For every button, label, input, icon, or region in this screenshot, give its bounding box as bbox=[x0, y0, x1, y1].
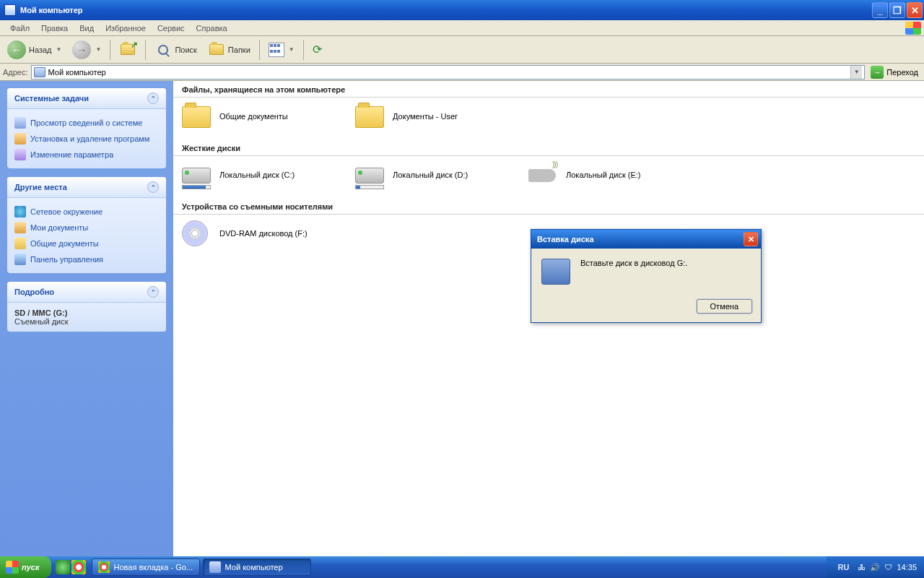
item-disk-c[interactable]: Локальный диск (C:) bbox=[182, 162, 334, 188]
collapse-icon[interactable]: ⌃ bbox=[147, 181, 159, 193]
search-icon bbox=[158, 45, 168, 55]
computer-icon bbox=[34, 67, 45, 77]
start-button[interactable]: пуск bbox=[0, 556, 51, 578]
section-header-removable: Устройства со съемными носителями bbox=[173, 198, 924, 215]
computer-icon bbox=[209, 561, 221, 573]
clock[interactable]: 14:35 bbox=[897, 563, 917, 571]
item-user-documents[interactable]: Документы - User bbox=[355, 103, 507, 129]
folder-icon bbox=[182, 106, 211, 128]
back-button[interactable]: ← Назад ▼ bbox=[3, 38, 66, 62]
panel-system-tasks: Системные задачи ⌃ Просмотр сведений о с… bbox=[7, 88, 166, 168]
toolbar: ← Назад ▼ → ▼ ↗ Поиск Папки ▼ ⟳ bbox=[0, 36, 924, 64]
section-header-hdd: Жесткие диски bbox=[173, 139, 924, 156]
menu-file[interactable]: Файл bbox=[4, 22, 35, 35]
hdd-icon bbox=[355, 168, 384, 184]
menu-edit[interactable]: Правка bbox=[35, 22, 74, 35]
views-icon bbox=[269, 43, 284, 57]
address-label: Адрес: bbox=[3, 68, 28, 77]
panel-details: Подробно ⌃ SD / MMC (G:) Съемный диск bbox=[7, 282, 166, 332]
back-arrow-icon: ← bbox=[7, 40, 26, 59]
link-my-documents[interactable]: Мои документы bbox=[14, 220, 159, 236]
forward-button[interactable]: → ▼ bbox=[68, 38, 105, 62]
panel-header[interactable]: Подробно ⌃ bbox=[7, 282, 166, 303]
ql-utorrent-icon[interactable] bbox=[56, 560, 70, 574]
tray-volume-icon[interactable]: 🔊 bbox=[870, 563, 880, 572]
chevron-down-icon: ▼ bbox=[56, 46, 62, 53]
ql-chrome-icon[interactable] bbox=[71, 560, 86, 574]
cd-icon bbox=[182, 220, 208, 246]
item-disk-e[interactable]: Локальный диск (E:) bbox=[528, 162, 680, 188]
sidebar: Системные задачи ⌃ Просмотр сведений о с… bbox=[0, 81, 173, 556]
chevron-down-icon: ▼ bbox=[289, 46, 295, 53]
folder-icon bbox=[209, 44, 224, 55]
close-button[interactable]: ✕ bbox=[907, 2, 923, 18]
content-area: Файлы, хранящиеся на этом компьютере Общ… bbox=[173, 81, 924, 556]
windows-flag-icon bbox=[905, 22, 921, 35]
chrome-icon bbox=[98, 561, 110, 573]
maximize-button[interactable]: ❐ bbox=[889, 2, 905, 18]
folder-icon bbox=[355, 106, 384, 128]
dialog-message: Вставьте диск в дисковод G:. bbox=[580, 259, 687, 289]
tray-shield-icon[interactable]: 🛡 bbox=[884, 563, 892, 571]
control-panel-icon bbox=[14, 254, 26, 265]
insert-disk-dialog: Вставка диска ✕ Вставьте диск в дисковод… bbox=[531, 229, 762, 323]
minimize-button[interactable]: _ bbox=[872, 2, 888, 18]
menu-favorites[interactable]: Избранное bbox=[100, 22, 152, 35]
task-chrome[interactable]: Новая вкладка - Go... bbox=[92, 558, 200, 576]
panel-header[interactable]: Другие места ⌃ bbox=[7, 177, 166, 198]
programs-icon bbox=[14, 133, 26, 144]
link-shared-documents[interactable]: Общие документы bbox=[14, 236, 159, 251]
task-mycomputer[interactable]: Мой компьютер bbox=[203, 558, 311, 576]
tray-network-icon[interactable]: 🖧 bbox=[858, 563, 866, 571]
item-shared-documents[interactable]: Общие документы bbox=[182, 103, 334, 129]
go-arrow-icon: → bbox=[871, 66, 884, 79]
chevron-down-icon: ▼ bbox=[95, 46, 101, 53]
language-indicator[interactable]: RU bbox=[834, 563, 854, 571]
window-titlebar: Мой компьютер _ ❐ ✕ bbox=[0, 0, 924, 20]
refresh-icon: ⟳ bbox=[313, 43, 322, 56]
collapse-icon[interactable]: ⌃ bbox=[147, 286, 159, 298]
usage-bar bbox=[182, 185, 211, 189]
link-add-remove-programs[interactable]: Установка и удаление программ bbox=[14, 131, 159, 147]
section-header-files: Файлы, хранящиеся на этом компьютере bbox=[173, 81, 924, 98]
forward-arrow-icon: → bbox=[72, 40, 91, 59]
window-title: Мой компьютер bbox=[20, 6, 83, 14]
folders-button[interactable]: Папки bbox=[204, 38, 255, 61]
network-icon bbox=[14, 206, 26, 217]
taskbar: пуск Новая вкладка - Go... Мой компьютер… bbox=[0, 556, 924, 578]
computer-icon bbox=[4, 4, 16, 16]
details-name: SD / MMC (G:) bbox=[14, 309, 67, 317]
cancel-button[interactable]: Отмена bbox=[697, 299, 752, 314]
link-control-panel[interactable]: Панель управления bbox=[14, 251, 159, 267]
usb-drive-icon bbox=[528, 169, 556, 182]
menu-help[interactable]: Справка bbox=[191, 22, 233, 35]
usage-bar bbox=[355, 185, 384, 189]
documents-icon bbox=[14, 222, 26, 233]
go-button[interactable]: → Переход bbox=[868, 64, 921, 80]
link-network[interactable]: Сетевое окружение bbox=[14, 204, 159, 220]
refresh-button[interactable]: ⟳ bbox=[308, 40, 326, 59]
link-change-setting[interactable]: Изменение параметра bbox=[14, 147, 159, 163]
dialog-close-button[interactable]: ✕ bbox=[744, 232, 758, 246]
search-button[interactable]: Поиск bbox=[150, 38, 201, 61]
menu-tools[interactable]: Сервис bbox=[152, 22, 191, 35]
address-dropdown[interactable]: ▼ bbox=[850, 66, 862, 79]
settings-icon bbox=[14, 149, 26, 160]
dialog-titlebar[interactable]: Вставка диска ✕ bbox=[531, 230, 761, 249]
item-disk-d[interactable]: Локальный диск (D:) bbox=[355, 162, 507, 188]
item-dvd-drive[interactable]: DVD-RAM дисковод (F:) bbox=[182, 220, 334, 246]
panel-other-places: Другие места ⌃ Сетевое окружение Мои док… bbox=[7, 177, 166, 273]
collapse-icon[interactable]: ⌃ bbox=[147, 92, 159, 104]
up-button[interactable]: ↗ bbox=[115, 38, 141, 61]
info-icon bbox=[14, 117, 26, 129]
disk-icon bbox=[541, 259, 570, 285]
windows-logo-icon bbox=[6, 561, 19, 574]
details-type: Съемный диск bbox=[14, 317, 69, 326]
panel-header[interactable]: Системные задачи ⌃ bbox=[7, 88, 166, 109]
menubar: Файл Правка Вид Избранное Сервис Справка bbox=[0, 20, 924, 36]
link-system-info[interactable]: Просмотр сведений о системе bbox=[14, 115, 159, 131]
views-button[interactable]: ▼ bbox=[264, 40, 299, 60]
menu-view[interactable]: Вид bbox=[74, 22, 100, 35]
address-input[interactable]: Мой компьютер ▼ bbox=[31, 65, 866, 79]
system-tray: RU 🖧 🔊 🛡 14:35 bbox=[827, 556, 924, 578]
